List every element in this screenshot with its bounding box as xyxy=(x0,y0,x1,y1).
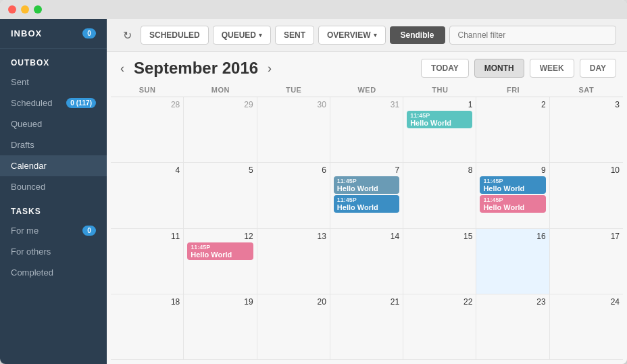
cal-cell[interactable]: 1211:45PHello World xyxy=(184,229,257,294)
cal-day-num: 22 xyxy=(407,297,472,307)
right-panel: ↻ SCHEDULED QUEUED ▾ SENT OVERVIEW ▾ Sen… xyxy=(107,19,627,364)
cal-day-num: 5 xyxy=(187,165,253,175)
cal-week-3: 18192021222324 xyxy=(111,294,623,360)
sent-label: Sent xyxy=(11,77,29,87)
cal-cell[interactable]: 14 xyxy=(330,229,403,294)
cal-cell[interactable]: 24 xyxy=(550,294,623,359)
sidebar-item-completed[interactable]: Completed xyxy=(0,262,107,283)
cal-day-num: 6 xyxy=(261,165,326,175)
app-window: INBOX 0 OUTBOX Sent Scheduled 0 (117) Qu… xyxy=(0,0,627,364)
sidebar-item-sent[interactable]: Sent xyxy=(0,72,107,93)
title-bar xyxy=(0,0,627,19)
cal-event[interactable]: 11:45PHello World xyxy=(334,195,399,213)
cal-cell[interactable]: 23 xyxy=(476,294,549,359)
queued-label: Queued xyxy=(11,119,42,129)
cal-cell[interactable]: 11 xyxy=(111,229,184,294)
cal-cell[interactable]: 3 xyxy=(550,97,623,162)
sidebar: INBOX 0 OUTBOX Sent Scheduled 0 (117) Qu… xyxy=(0,19,107,364)
cal-cell[interactable]: 18 xyxy=(111,294,184,359)
day-button[interactable]: DAY xyxy=(580,59,616,78)
cal-day-num: 10 xyxy=(553,165,620,175)
sidebar-item-for-others[interactable]: For others xyxy=(0,241,107,262)
cal-week-2: 111211:45PHello World1314151617 xyxy=(111,229,623,294)
cal-event[interactable]: 11:45PHello World xyxy=(334,176,399,194)
cal-cell[interactable]: 16 xyxy=(476,229,549,294)
calendar-nav: ‹ September 2016 › xyxy=(118,59,274,78)
cal-cell[interactable]: 28 xyxy=(111,97,184,162)
next-month-button[interactable]: › xyxy=(265,61,274,76)
cal-cell[interactable]: 21 xyxy=(330,294,403,359)
cal-cell[interactable]: 13 xyxy=(257,229,330,294)
cal-day-num: 31 xyxy=(334,100,399,109)
cal-cell[interactable]: 22 xyxy=(403,294,476,359)
completed-label: Completed xyxy=(11,267,53,278)
inbox-section[interactable]: INBOX 0 xyxy=(0,19,107,49)
calendar-grid: SUNMONTUEWEDTHUFRISAT 28293031111:45PHel… xyxy=(107,83,627,364)
overview-button[interactable]: OVERVIEW ▾ xyxy=(318,26,385,45)
sent-button[interactable]: SENT xyxy=(275,26,314,45)
sendible-button[interactable]: Sendible xyxy=(390,26,445,44)
sidebar-item-bounced[interactable]: Bounced xyxy=(0,176,107,197)
cal-day-num: 8 xyxy=(407,165,472,175)
calendar-header: ‹ September 2016 › TODAY MONTH WEEK DAY xyxy=(107,52,627,83)
today-button[interactable]: TODAY xyxy=(421,59,469,78)
cal-cell[interactable]: 5 xyxy=(184,163,257,228)
cal-cell[interactable]: 19 xyxy=(184,294,257,359)
minimize-dot[interactable] xyxy=(21,5,29,14)
cal-event[interactable]: 11:45PHello World xyxy=(480,195,545,213)
cal-cell[interactable]: 20 xyxy=(257,294,330,359)
scheduled-button[interactable]: SCHEDULED xyxy=(141,26,209,45)
month-button[interactable]: MONTH xyxy=(474,59,524,78)
cal-cell[interactable]: 2 xyxy=(476,97,549,162)
outbox-title: OUTBOX xyxy=(0,49,107,72)
cal-day-num: 16 xyxy=(480,232,545,241)
cal-header-sat: SAT xyxy=(550,83,623,97)
queued-chevron: ▾ xyxy=(259,32,262,38)
sidebar-item-scheduled[interactable]: Scheduled 0 (117) xyxy=(0,93,107,113)
sidebar-item-drafts[interactable]: Drafts xyxy=(0,134,107,155)
sidebar-item-calendar[interactable]: Calendar xyxy=(0,155,107,176)
cal-cell[interactable]: 31 xyxy=(330,97,403,162)
cal-event[interactable]: 11:45PHello World xyxy=(480,176,545,194)
scheduled-badge: 0 (117) xyxy=(66,98,96,108)
cal-cell[interactable]: 30 xyxy=(257,97,330,162)
cal-day-num: 17 xyxy=(553,232,620,241)
cal-header-fri: FRI xyxy=(476,83,549,97)
prev-month-button[interactable]: ‹ xyxy=(118,61,127,76)
cal-header-mon: MON xyxy=(184,83,257,97)
cal-day-num: 20 xyxy=(261,297,326,307)
cal-cell[interactable]: 17 xyxy=(550,229,623,294)
cal-cell[interactable]: 111:45PHello World xyxy=(403,97,476,162)
week-button[interactable]: WEEK xyxy=(530,59,574,78)
cal-event[interactable]: 11:45PHello World xyxy=(187,242,253,260)
cal-day-num: 29 xyxy=(187,100,253,109)
maximize-dot[interactable] xyxy=(34,5,42,14)
channel-filter-input[interactable] xyxy=(449,26,616,45)
cal-event[interactable]: 11:45PHello World xyxy=(407,111,472,128)
sidebar-item-for-me[interactable]: For me 0 xyxy=(0,220,107,241)
calendar-day-headers: SUNMONTUEWEDTHUFRISAT xyxy=(111,83,623,97)
scheduled-label: Scheduled xyxy=(11,98,52,108)
cal-cell[interactable]: 4 xyxy=(111,163,184,228)
calendar-title: September 2016 xyxy=(134,59,258,78)
cal-cell[interactable]: 29 xyxy=(184,97,257,162)
cal-cell[interactable]: 6 xyxy=(257,163,330,228)
cal-cell[interactable]: 711:45PHello World11:45PHello World xyxy=(330,163,403,228)
cal-cell[interactable]: 8 xyxy=(403,163,476,228)
cal-cell[interactable]: 911:45PHello World11:45PHello World xyxy=(476,163,549,228)
sidebar-item-queued[interactable]: Queued xyxy=(0,113,107,134)
cal-day-num: 1 xyxy=(407,100,472,109)
close-dot[interactable] xyxy=(8,5,16,14)
cal-day-num: 3 xyxy=(553,100,620,109)
inbox-label: INBOX xyxy=(11,28,42,38)
cal-week-0: 28293031111:45PHello World23 xyxy=(111,97,623,163)
cal-day-num: 24 xyxy=(553,297,620,307)
cal-cell[interactable]: 15 xyxy=(403,229,476,294)
toolbar: ↻ SCHEDULED QUEUED ▾ SENT OVERVIEW ▾ Sen… xyxy=(107,19,627,52)
cal-cell[interactable]: 10 xyxy=(550,163,623,228)
queued-button[interactable]: QUEUED ▾ xyxy=(213,26,271,45)
refresh-button[interactable]: ↻ xyxy=(118,26,136,45)
cal-day-num: 11 xyxy=(114,232,180,241)
cal-day-num: 12 xyxy=(187,232,253,241)
tasks-title: TASKS xyxy=(0,197,107,220)
